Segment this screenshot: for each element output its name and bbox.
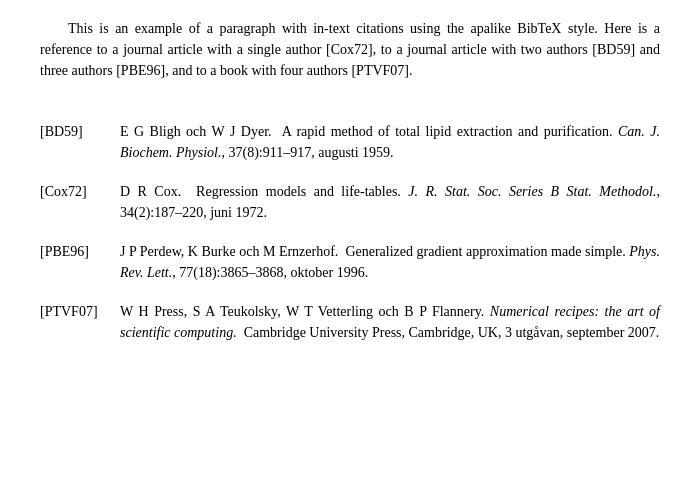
reference-item-pbe96: [PBE96] J P Perdew, K Burke och M Ernzer…	[40, 241, 660, 283]
reference-item-bd59: [BD59] E G Bligh och W J Dyer. A rapid m…	[40, 121, 660, 163]
ref-key-ptvf07: [PTVF07]	[40, 301, 120, 322]
ref-key-bd59: [BD59]	[40, 121, 120, 142]
references-list: [BD59] E G Bligh och W J Dyer. A rapid m…	[40, 121, 660, 343]
reference-item-ptvf07: [PTVF07] W H Press, S A Teukolsky, W T V…	[40, 301, 660, 343]
ref-key-cox72: [Cox72]	[40, 181, 120, 202]
ref-text-cox72: D R Cox. Regression models and life-tabl…	[120, 181, 660, 223]
reference-item-cox72: [Cox72] D R Cox. Regression models and l…	[40, 181, 660, 223]
ref-key-pbe96: [PBE96]	[40, 241, 120, 262]
ref-text-ptvf07: W H Press, S A Teukolsky, W T Vetterling…	[120, 301, 660, 343]
ref-text-bd59: E G Bligh och W J Dyer. A rapid method o…	[120, 121, 660, 163]
intro-paragraph: This is an example of a paragraph with i…	[40, 18, 660, 81]
ref-text-pbe96: J P Perdew, K Burke och M Ernzerhof. Gen…	[120, 241, 660, 283]
